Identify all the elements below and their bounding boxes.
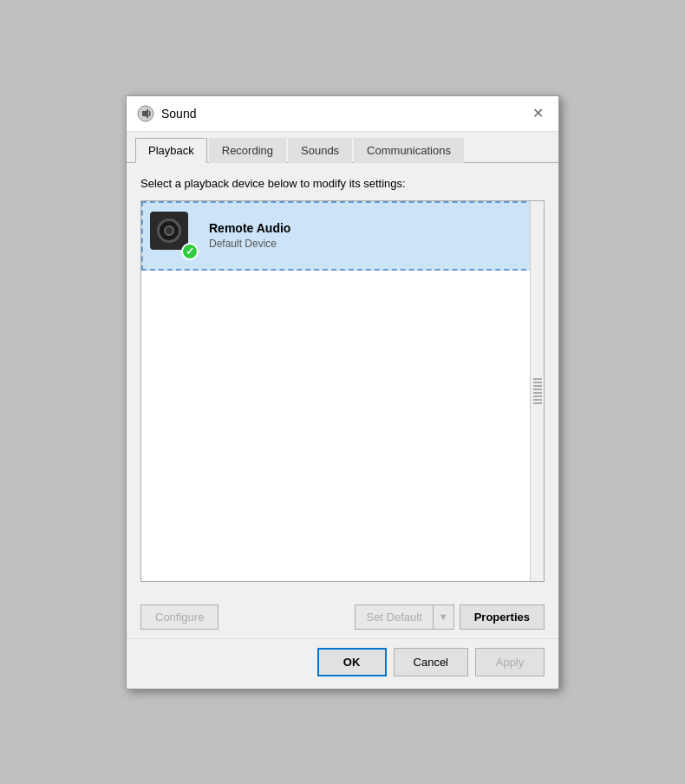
device-icon-container: ✓: [150, 212, 199, 260]
speaker-icon-svg: [137, 105, 154, 122]
device-item[interactable]: ✓ Remote Audio Default Device: [141, 201, 544, 271]
tab-recording[interactable]: Recording: [209, 138, 286, 163]
instruction-text: Select a playback device below to modify…: [140, 177, 545, 190]
configure-button[interactable]: Configure: [140, 604, 219, 630]
set-default-dropdown[interactable]: ▼: [433, 604, 454, 630]
tab-bar: Playback Recording Sounds Communications: [127, 132, 558, 163]
device-name: Remote Audio: [209, 221, 535, 235]
sound-icon: [137, 105, 154, 122]
device-status: Default Device: [209, 238, 535, 250]
sound-dialog: Sound ✕ Playback Recording Sounds Commun…: [126, 95, 559, 689]
device-info: Remote Audio Default Device: [209, 221, 535, 250]
set-default-button[interactable]: Set Default: [355, 604, 432, 630]
title-bar: Sound ✕: [127, 96, 558, 132]
scrollbar-track: [531, 201, 544, 581]
speaker-inner: [157, 219, 181, 243]
close-button[interactable]: ✕: [527, 103, 548, 124]
device-list: ✓ Remote Audio Default Device: [140, 200, 545, 582]
bottom-buttons: OK Cancel Apply: [127, 638, 558, 689]
device-action-buttons: Configure Set Default ▼ Properties: [127, 596, 558, 638]
ok-button[interactable]: OK: [317, 648, 387, 676]
speaker-body: [150, 212, 188, 250]
cancel-button[interactable]: Cancel: [394, 648, 468, 676]
speaker-center: [164, 225, 174, 236]
tab-playback[interactable]: Playback: [135, 138, 207, 163]
dialog-title: Sound: [161, 107, 196, 121]
properties-button[interactable]: Properties: [460, 604, 545, 630]
tab-sounds[interactable]: Sounds: [288, 138, 352, 163]
tab-communications[interactable]: Communications: [354, 138, 464, 163]
apply-button[interactable]: Apply: [475, 648, 545, 676]
tab-content: Select a playback device below to modify…: [127, 163, 558, 596]
title-bar-left: Sound: [137, 105, 196, 122]
scrollbar[interactable]: [530, 201, 544, 581]
default-checkmark: ✓: [181, 243, 199, 260]
set-default-group: Set Default ▼: [355, 604, 453, 630]
